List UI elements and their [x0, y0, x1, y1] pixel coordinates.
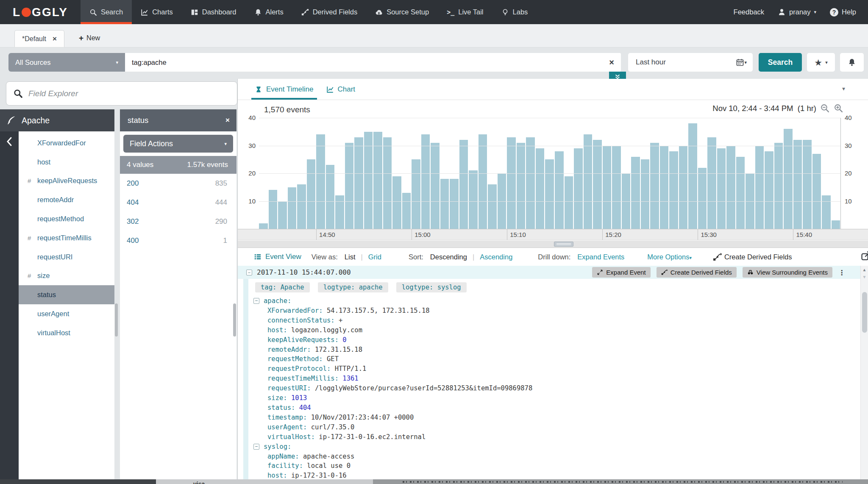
histogram-bar[interactable]: [392, 176, 401, 229]
histogram-bar[interactable]: [565, 176, 573, 229]
nav-item-live-tail[interactable]: >_ Live Tail: [438, 0, 492, 24]
histogram-bar[interactable]: [421, 134, 430, 229]
sort-ascending[interactable]: Ascending: [480, 253, 512, 261]
field-actions-dropdown[interactable]: Field Actions ▾: [123, 135, 233, 153]
histogram-bar[interactable]: [297, 184, 306, 229]
tab-default[interactable]: *Default ×: [14, 30, 64, 47]
field-item-requestMethod[interactable]: requestMethod: [19, 209, 114, 228]
histogram-bar[interactable]: [641, 159, 650, 229]
nav-item-labs[interactable]: Labs: [492, 0, 537, 24]
nav-item-search[interactable]: Search: [81, 0, 132, 24]
histogram-bar[interactable]: [354, 137, 363, 229]
status-value-link[interactable]: 404: [127, 198, 139, 207]
chart-plot-area[interactable]: [259, 118, 841, 229]
nav-item-derived-fields[interactable]: Derived Fields: [292, 0, 366, 24]
histogram-bar[interactable]: [326, 165, 335, 229]
histogram-bar[interactable]: [755, 146, 764, 229]
histogram-bar[interactable]: [593, 140, 602, 229]
histogram-bar[interactable]: [650, 143, 659, 229]
histogram-bar[interactable]: [584, 134, 593, 229]
nav-item-source-setup[interactable]: Source Setup: [366, 0, 438, 24]
zoom-in-icon[interactable]: [834, 103, 843, 113]
histogram-bar[interactable]: [679, 146, 688, 229]
histogram-bar[interactable]: [488, 184, 497, 229]
create-derived-fields-link[interactable]: Create Derived Fields: [713, 253, 792, 261]
histogram-bar[interactable]: [364, 132, 373, 229]
histogram-bar[interactable]: [688, 123, 697, 229]
event-tag-syslog[interactable]: logtype: syslog: [396, 282, 467, 292]
field-item-XForwardedFor[interactable]: XForwardedFor: [19, 134, 114, 153]
histogram-bar[interactable]: [412, 159, 420, 229]
histogram-bar[interactable]: [278, 201, 287, 229]
tab-event-timeline[interactable]: Event Timeline: [255, 79, 314, 100]
histogram-bar[interactable]: [736, 157, 745, 229]
panel-options-caret-icon[interactable]: ▾: [842, 85, 845, 92]
loggly-logo[interactable]: LGGLY: [0, 0, 81, 24]
field-item-remoteAddr[interactable]: remoteAddr: [19, 190, 114, 209]
histogram-bar[interactable]: [669, 151, 678, 229]
more-options-dropdown[interactable]: More Options▾: [647, 253, 692, 261]
histogram-bar[interactable]: [812, 154, 821, 229]
event-tag-apache[interactable]: logtype: apache: [318, 282, 388, 292]
expand-events-link[interactable]: Expand Events: [577, 253, 624, 261]
close-panel-icon[interactable]: ×: [225, 116, 230, 125]
histogram-bar[interactable]: [316, 134, 325, 229]
histogram-bar[interactable]: [335, 195, 344, 229]
histogram-bar[interactable]: [631, 157, 640, 229]
histogram-bar[interactable]: [660, 146, 669, 229]
field-explorer-input[interactable]: [28, 89, 230, 98]
nav-item-charts[interactable]: Charts: [132, 0, 182, 24]
histogram-bar[interactable]: [440, 179, 449, 229]
histogram-bar[interactable]: [803, 140, 812, 229]
histogram-bar[interactable]: [707, 137, 716, 229]
event-row-header[interactable]: − 2017-11-10 15:44:07.000 Expand Event C…: [238, 266, 860, 279]
event-menu-kebab-icon[interactable]: ⋮: [838, 269, 845, 277]
saved-searches-button[interactable]: ★ ▾: [807, 53, 835, 72]
field-item-keepAliveRequests[interactable]: #keepAliveRequests: [19, 172, 114, 191]
histogram-bar[interactable]: [383, 137, 392, 229]
field-item-host[interactable]: host: [19, 153, 114, 172]
histogram-bar[interactable]: [717, 148, 726, 229]
export-events-button[interactable]: [860, 250, 868, 263]
create-derived-fields-button[interactable]: Create Derived Fields: [657, 267, 737, 278]
histogram-bar[interactable]: [774, 143, 783, 229]
scroll-up-icon[interactable]: ▲: [861, 267, 868, 272]
view-surrounding-events-button[interactable]: View Surrounding Events: [743, 267, 832, 278]
histogram-bar[interactable]: [545, 159, 554, 229]
histogram-bar[interactable]: [536, 148, 545, 229]
histogram-bar[interactable]: [822, 195, 831, 229]
event-list-scrollbar[interactable]: ▲ ▼: [860, 266, 868, 479]
status-value-link[interactable]: 400: [127, 236, 139, 245]
sort-descending[interactable]: Descending: [430, 253, 467, 261]
histogram-bar[interactable]: [507, 137, 516, 229]
histogram-bar[interactable]: [402, 193, 411, 229]
histogram-bar[interactable]: [555, 151, 564, 229]
histogram-bar[interactable]: [574, 148, 583, 229]
histogram-bar[interactable]: [765, 151, 773, 229]
field-item-requestTimeMillis[interactable]: #requestTimeMillis: [19, 228, 114, 248]
collapse-section-icon[interactable]: −: [253, 298, 259, 304]
histogram-bar[interactable]: [479, 134, 487, 229]
field-item-status[interactable]: status: [19, 285, 114, 304]
user-menu[interactable]: pranay ▾: [778, 8, 816, 16]
histogram-bar[interactable]: [307, 159, 316, 229]
tab-chart[interactable]: Chart: [326, 79, 356, 100]
status-panel-scrollbar[interactable]: [233, 303, 236, 337]
histogram-bar[interactable]: [288, 187, 297, 229]
event-tag-Apache[interactable]: tag: Apache: [255, 282, 310, 292]
view-as-grid[interactable]: Grid: [368, 253, 381, 261]
time-range-picker[interactable]: Last hour ▾: [628, 53, 753, 72]
histogram-bar[interactable]: [698, 168, 707, 229]
feedback-link[interactable]: Feedback: [734, 8, 764, 16]
histogram-bar[interactable]: [517, 143, 526, 229]
status-value-link[interactable]: 200: [127, 179, 139, 188]
histogram-bar[interactable]: [459, 140, 468, 229]
histogram-bar[interactable]: [269, 190, 278, 229]
histogram-bar[interactable]: [450, 179, 459, 229]
collapse-section-icon[interactable]: −: [253, 444, 259, 450]
new-tab-button[interactable]: + New: [79, 33, 100, 43]
resize-handle[interactable]: [554, 242, 573, 247]
histogram-bar[interactable]: [726, 146, 735, 229]
histogram-bar[interactable]: [259, 223, 268, 229]
expand-event-button[interactable]: Expand Event: [592, 267, 650, 278]
